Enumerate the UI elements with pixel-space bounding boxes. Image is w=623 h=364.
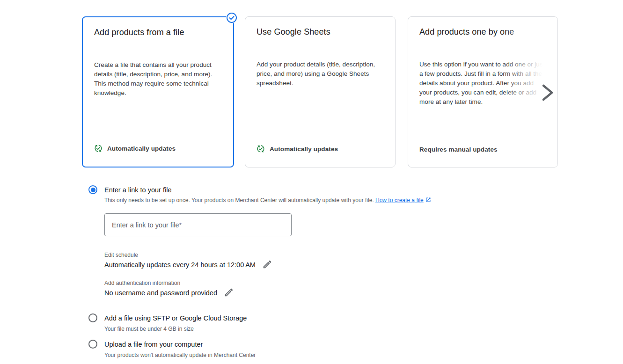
edit-schedule-label: Edit schedule bbox=[104, 252, 138, 258]
auto-update-icon bbox=[94, 144, 103, 153]
option-description-text: This only needs to be set up once. Your … bbox=[104, 197, 374, 204]
edit-schedule-button[interactable] bbox=[262, 259, 272, 269]
pencil-icon bbox=[224, 287, 234, 298]
authentication-value: No username and password provided bbox=[104, 289, 217, 297]
option-description-upload-computer: Your products won't automatically update… bbox=[104, 352, 256, 358]
how-to-create-file-link[interactable]: How to create a file bbox=[375, 197, 424, 204]
carousel-next-button[interactable] bbox=[538, 82, 557, 103]
chevron-right-icon bbox=[538, 82, 557, 103]
add-method-carousel: Add products from a file Create a file t… bbox=[82, 16, 558, 167]
card-footer-label: Automatically updates bbox=[107, 145, 176, 152]
schedule-value: Automatically updates every 24 hours at … bbox=[104, 261, 256, 269]
card-description: Add your product details (title, descrip… bbox=[257, 60, 384, 88]
card-title: Add products one by one bbox=[419, 27, 546, 37]
card-footer: Automatically updates bbox=[94, 144, 226, 153]
option-label-enter-link: Enter a link to your file bbox=[104, 186, 171, 194]
file-link-input[interactable] bbox=[104, 213, 292, 236]
card-footer-label: Automatically updates bbox=[270, 146, 338, 153]
method-card-one-by-one[interactable]: Add products one by one Use this option … bbox=[408, 16, 558, 167]
option-label-upload-computer: Upload a file from your computer bbox=[104, 341, 203, 348]
card-footer: Requires manual updates bbox=[419, 146, 550, 153]
card-footer: Automatically updates bbox=[257, 145, 388, 153]
card-title: Use Google Sheets bbox=[257, 27, 384, 37]
edit-authentication-button[interactable] bbox=[224, 287, 234, 298]
method-card-add-from-file[interactable]: Add products from a file Create a file t… bbox=[82, 16, 234, 167]
radio-enter-link[interactable] bbox=[88, 185, 97, 194]
option-description-enter-link: This only needs to be set up once. Your … bbox=[104, 197, 431, 204]
card-footer-label: Requires manual updates bbox=[419, 146, 498, 153]
pencil-icon bbox=[262, 259, 272, 269]
radio-upload-computer[interactable] bbox=[88, 340, 97, 349]
method-card-google-sheets[interactable]: Use Google Sheets Add your product detai… bbox=[245, 16, 396, 167]
add-authentication-label: Add authentication information bbox=[104, 280, 180, 286]
card-description: Use this option if you want to add one o… bbox=[419, 60, 546, 107]
option-description-sftp-gcs: Your file must be under 4 GB in size bbox=[104, 326, 194, 332]
card-description: Create a file that contains all your pro… bbox=[94, 60, 222, 98]
open-in-new-icon bbox=[425, 197, 431, 203]
option-label-sftp-gcs: Add a file using SFTP or Google Cloud St… bbox=[104, 314, 247, 322]
card-title: Add products from a file bbox=[94, 28, 222, 37]
radio-sftp-gcs[interactable] bbox=[88, 313, 97, 322]
auto-update-icon bbox=[257, 145, 265, 153]
check-circle-icon bbox=[226, 12, 237, 23]
